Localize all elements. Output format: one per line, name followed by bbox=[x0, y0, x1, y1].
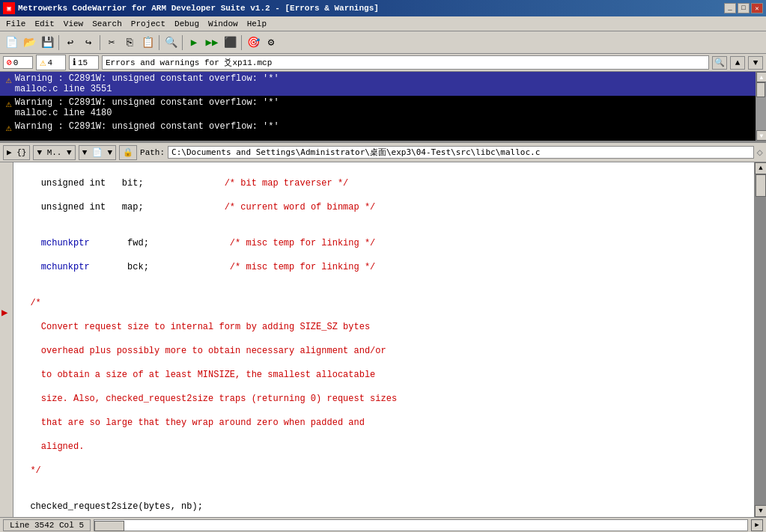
menu-help[interactable]: Help bbox=[243, 18, 271, 30]
warning-icon-1: ⚠ bbox=[6, 74, 12, 86]
save-button[interactable]: 💾 bbox=[39, 34, 55, 51]
status-bar: Line 3542 Col 5 ▶ bbox=[0, 517, 766, 532]
info-bar: ⊘ 0 ⚠ 4 ℹ 15 Errors and warnings for 爻xp… bbox=[0, 54, 766, 72]
find-button[interactable]: 🔍 bbox=[162, 34, 179, 51]
app-icon: ▣ bbox=[3, 2, 15, 14]
copy-button[interactable]: ⎘ bbox=[121, 34, 138, 51]
other-count: 15 bbox=[78, 58, 88, 67]
error-row-1[interactable]: ⚠ Warning : C2891W: unsigned constant ov… bbox=[0, 72, 766, 96]
error-count: 0 bbox=[13, 58, 19, 67]
error-row-3[interactable]: ⚠ Warning : C2891W: unsigned constant ov… bbox=[0, 120, 766, 135]
code-editor: ▶ unsigned int bit; /* bit map traverser… bbox=[0, 162, 766, 517]
error-counter: ⊘ 0 bbox=[3, 56, 33, 69]
redo-button[interactable]: ↪ bbox=[80, 34, 97, 51]
path-input[interactable] bbox=[168, 146, 753, 159]
toolbar-sep5 bbox=[241, 35, 242, 50]
stop-icon: ⊘ bbox=[7, 58, 12, 67]
scroll-thumb[interactable] bbox=[756, 174, 766, 197]
minimize-button[interactable]: _ bbox=[724, 3, 736, 13]
errors-scrollbar[interactable]: ▲ ▼ bbox=[756, 72, 766, 141]
code-line: mchunkptr fwd; /* misc temp for linking … bbox=[19, 237, 748, 249]
diamond-icon: ◇ bbox=[757, 146, 763, 159]
menu-view[interactable]: View bbox=[59, 18, 88, 30]
target-button[interactable]: 🎯 bbox=[245, 34, 261, 51]
back-button[interactable]: ▶ {} bbox=[3, 145, 30, 160]
stop-button[interactable]: ⬛ bbox=[222, 34, 238, 51]
debug-run-button[interactable]: ▶▶ bbox=[204, 34, 220, 51]
open-button[interactable]: 📂 bbox=[21, 34, 37, 51]
window-title: Metrowerks CodeWarrior for ARM Developer… bbox=[18, 4, 379, 13]
toolbar: 📄 📂 💾 ↩ ↪ ✂ ⎘ 📋 🔍 ▶ ▶▶ ⬛ 🎯 ⚙ bbox=[0, 31, 766, 54]
horizontal-scrollbar[interactable] bbox=[94, 519, 748, 531]
search-results-button[interactable]: 🔍 bbox=[712, 56, 727, 70]
warning-icon-3: ⚠ bbox=[6, 122, 12, 134]
menu-edit[interactable]: Edit bbox=[30, 18, 58, 30]
path-label: Path: bbox=[140, 148, 165, 157]
menu-window[interactable]: Window bbox=[204, 18, 243, 30]
new-button[interactable]: 📄 bbox=[3, 34, 19, 51]
code-line: aligned. bbox=[19, 441, 748, 453]
scroll-down-button[interactable]: ▼ bbox=[748, 56, 763, 70]
info-right-controls: 🔍 ▲ ▼ bbox=[712, 56, 763, 70]
undo-button[interactable]: ↩ bbox=[62, 34, 79, 51]
restore-button[interactable]: □ bbox=[738, 3, 750, 13]
code-line: */ bbox=[19, 465, 748, 477]
error-row-2[interactable]: ⚠ Warning : C2891W: unsigned constant ov… bbox=[0, 96, 766, 120]
window-controls[interactable]: _ □ ✕ bbox=[724, 3, 763, 13]
code-line: that are so large that they wrap around … bbox=[19, 417, 748, 429]
settings-button[interactable]: ⚙ bbox=[263, 34, 279, 51]
title-bar: ▣ Metrowerks CodeWarrior for ARM Develop… bbox=[0, 0, 766, 16]
errors-scroll-thumb[interactable] bbox=[756, 82, 765, 97]
menu-debug[interactable]: Debug bbox=[170, 18, 204, 30]
line-gutter: ▶ bbox=[0, 162, 13, 517]
code-line: unsigned int map; /* current word of bin… bbox=[19, 201, 748, 213]
close-button[interactable]: ✕ bbox=[751, 3, 763, 13]
toolbar-sep3 bbox=[159, 35, 159, 50]
error-text-2: Warning : C2891W: unsigned constant over… bbox=[15, 97, 279, 118]
code-line: to obtain a size of at least MINSIZE, th… bbox=[19, 369, 748, 381]
scroll-up-button[interactable]: ▲ bbox=[730, 56, 745, 70]
scroll-down-arrow[interactable]: ▼ bbox=[755, 505, 766, 517]
h-scroll-thumb[interactable] bbox=[94, 521, 124, 531]
cursor-position: Line 3542 Col 5 bbox=[3, 519, 91, 531]
code-line: checked_request2size(bytes, nb); bbox=[19, 501, 748, 513]
code-line: /* bbox=[19, 297, 748, 309]
warning-count: 4 bbox=[47, 58, 52, 67]
scroll-track bbox=[755, 174, 766, 505]
file-label: Errors and warnings for 爻xp11.mcp bbox=[102, 55, 709, 70]
h-scroll-right-arrow[interactable]: ▶ bbox=[751, 519, 763, 531]
info-counter-other: ℹ 15 bbox=[69, 55, 99, 70]
warning-icon-2: ⚠ bbox=[6, 98, 12, 110]
code-line: size. Also, checked_request2size traps (… bbox=[19, 393, 748, 405]
toolbar-sep4 bbox=[182, 35, 183, 50]
code-line: unsigned int bit; /* bit map traverser *… bbox=[19, 177, 748, 189]
cut-button[interactable]: ✂ bbox=[103, 34, 120, 51]
func-menu-button[interactable]: ▼ M.. ▼ bbox=[33, 145, 75, 160]
menu-project[interactable]: Project bbox=[127, 18, 170, 30]
code-toolbar: ▶ {} ▼ M.. ▼ ▼ 📄 ▼ 🔒 Path: ◇ bbox=[0, 143, 766, 162]
paste-button[interactable]: 📋 bbox=[139, 34, 156, 51]
lock-button[interactable]: 🔒 bbox=[119, 145, 137, 160]
file-menu-button[interactable]: ▼ 📄 ▼ bbox=[79, 145, 116, 160]
error-text-3: Warning : C2891W: unsigned constant over… bbox=[15, 121, 279, 132]
errors-panel[interactable]: ⚠ Warning : C2891W: unsigned constant ov… bbox=[0, 72, 766, 143]
errors-scroll-down[interactable]: ▼ bbox=[756, 130, 766, 141]
scroll-up-arrow[interactable]: ▲ bbox=[755, 162, 766, 174]
code-content[interactable]: unsigned int bit; /* bit map traverser *… bbox=[13, 162, 754, 517]
menu-file[interactable]: File bbox=[1, 18, 30, 30]
code-line: Convert request size to internal form by… bbox=[19, 321, 748, 333]
warning-counter: ⚠ 4 bbox=[36, 55, 66, 70]
errors-scroll-track bbox=[756, 82, 766, 130]
right-scrollbar[interactable]: ▲ ▼ bbox=[754, 162, 766, 517]
info-icon: ℹ bbox=[73, 57, 76, 68]
breakpoint-arrow: ▶ bbox=[1, 306, 7, 319]
code-line: mchunkptr bck; /* misc temp for linking … bbox=[19, 261, 748, 273]
toolbar-sep2 bbox=[100, 35, 100, 50]
code-line: overhead plus possibly more to obtain ne… bbox=[19, 345, 748, 357]
menu-search[interactable]: Search bbox=[88, 18, 127, 30]
build-button[interactable]: ▶ bbox=[186, 34, 202, 51]
toolbar-sep1 bbox=[58, 35, 59, 50]
errors-scroll-up[interactable]: ▲ bbox=[756, 72, 766, 82]
error-text-1: Warning : C2891W: unsigned constant over… bbox=[15, 73, 279, 94]
menu-bar: File Edit View Search Project Debug Wind… bbox=[0, 16, 766, 31]
